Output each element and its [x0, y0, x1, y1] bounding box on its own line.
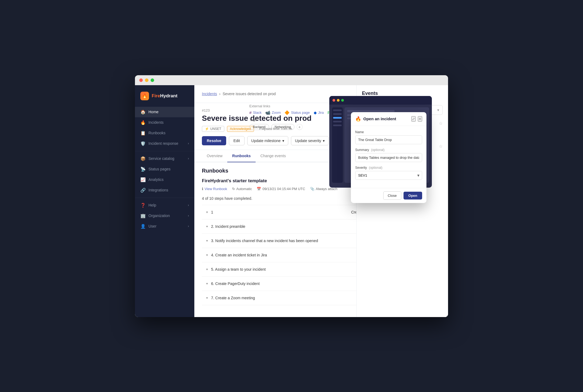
step-chevron-1[interactable]: ▾	[206, 210, 208, 214]
home-icon: 🏠	[140, 109, 145, 115]
chevron-icon-help: ›	[188, 203, 189, 207]
events-title: Events	[362, 91, 443, 96]
fire-icon: 🔥	[140, 120, 145, 125]
sidebar-label-integrations: Integrations	[148, 188, 168, 192]
modal-close-btn[interactable]: Close	[383, 191, 401, 200]
dark-max-dot	[341, 99, 344, 102]
tab-overview[interactable]: Overview	[202, 150, 227, 162]
meta-date: 📅 09/13/21 04:15:44 PM UTC	[257, 187, 305, 191]
modal-title: Open an incident	[363, 116, 396, 121]
sidebar-item-status-pages[interactable]: 📡 Status pages	[135, 164, 194, 174]
modal-close-button[interactable]: ✕	[418, 116, 422, 122]
severity-field-label: Severity (optional)	[355, 166, 422, 170]
dark-sidebar-item-3	[333, 121, 342, 122]
chevron-icon-org: ›	[188, 214, 189, 218]
sidebar-item-integrations[interactable]: 🔗 Integrations	[135, 185, 194, 195]
name-field[interactable]	[355, 135, 422, 144]
sidebar-item-analytics[interactable]: 📈 Analytics	[135, 174, 194, 185]
view-runbook-link[interactable]: View Runbook	[205, 187, 227, 191]
sidebar-item-runbooks[interactable]: 📋 Runbooks	[135, 128, 194, 138]
step-chevron-7[interactable]: ▾	[206, 296, 208, 300]
summary-field-label: Summary (optional)	[355, 148, 422, 152]
main-content: Incidents › Severe issues detected on pr…	[194, 85, 448, 317]
sidebar-label-status: Status pages	[148, 167, 171, 171]
tab-change-events[interactable]: Change events	[256, 150, 291, 162]
tag-networking: Networking	[271, 124, 294, 130]
step-name-1: 1	[211, 210, 348, 214]
zoom-label: Zoom	[272, 111, 281, 115]
step-chevron-3[interactable]: ▾	[206, 239, 208, 243]
severity-select[interactable]: SEV1 SEV2 SEV3 SEV4	[355, 171, 422, 180]
tab-runbooks[interactable]: Runbooks	[227, 150, 255, 162]
sidebar-item-organization[interactable]: 🏢 Organization ›	[135, 211, 194, 221]
sidebar-item-service-catalog[interactable]: 📦 Service catalog ›	[135, 153, 194, 164]
zoom-link[interactable]: 📹 Zoom	[265, 110, 281, 115]
add-tag-button[interactable]: +	[297, 124, 303, 130]
step-chevron-5[interactable]: ▾	[206, 267, 208, 271]
shield-icon: 🛡️	[140, 141, 145, 146]
app-body: 🔥 FireHydrant 🏠 Home 🔥 Incidents 📋 Runbo…	[135, 85, 448, 317]
sidebar-label-org: Organization	[148, 214, 170, 218]
runbooks-title: Runbooks	[202, 168, 228, 174]
badge-unset: ⚡ UNSET	[202, 126, 224, 132]
sidebar-label-help: Help	[148, 203, 156, 207]
update-milestone-button[interactable]: Update milestone ▾	[247, 136, 288, 145]
chevron-icon: ›	[188, 142, 189, 145]
sidebar-item-help[interactable]: ❓ Help ›	[135, 200, 194, 211]
jira-label: Jira	[318, 111, 324, 115]
breadcrumb: Incidents › Severe issues detected on pr…	[202, 92, 276, 96]
integrations-icon: 🔗	[140, 188, 145, 193]
dark-min-dot	[337, 99, 340, 102]
modal-footer: Close Open	[351, 188, 426, 203]
star-button-2[interactable]: ☆	[439, 144, 443, 149]
dark-sidebar-item-2	[333, 113, 342, 115]
sidebar-item-incident-response[interactable]: 🛡️ Incident response ›	[135, 138, 194, 149]
sidebar-item-incidents[interactable]: 🔥 Incidents	[135, 117, 194, 128]
dark-sidebar-item-4	[333, 125, 342, 126]
dark-sidebar	[332, 107, 343, 183]
slack-link[interactable]: # Slack	[249, 110, 262, 115]
analytics-icon: 📈	[140, 177, 145, 182]
tag-backend: Backend	[249, 124, 269, 130]
sidebar-label-analytics: Analytics	[148, 177, 164, 182]
maximize-button[interactable]	[151, 78, 154, 82]
app-window: 🔥 FireHydrant 🏠 Home 🔥 Incidents 📋 Runbo…	[135, 75, 448, 317]
form-group-summary: Summary (optional)	[355, 148, 422, 162]
logo-fire: Fire	[152, 93, 160, 98]
step-chevron-6[interactable]: ▾	[206, 282, 208, 286]
breadcrumb-incidents-link[interactable]: Incidents	[202, 92, 217, 96]
edit-button[interactable]: Edit	[229, 136, 245, 145]
attach-icon: 📎	[310, 187, 314, 191]
status-page-link[interactable]: 🔶 Status page	[284, 110, 310, 115]
severity-label: Update severity	[295, 139, 321, 143]
slack-label: Slack	[253, 111, 262, 115]
logo-hydrant: Hydrant	[160, 93, 177, 98]
severity-select-wrapper: SEV1 SEV2 SEV3 SEV4	[355, 171, 422, 180]
minimize-button[interactable]	[145, 78, 148, 82]
update-severity-button[interactable]: Update severity ▾	[291, 136, 329, 145]
summary-optional-label: (optional)	[371, 148, 385, 152]
sidebar: 🔥 FireHydrant 🏠 Home 🔥 Incidents 📋 Runbo…	[135, 85, 194, 317]
close-button[interactable]	[139, 78, 143, 82]
steps-count: 4 of 10 steps have completed.	[202, 196, 252, 201]
org-icon: 🏢	[140, 213, 145, 218]
breadcrumb-separator: ›	[219, 92, 221, 96]
sidebar-item-home[interactable]: 🏠 Home	[135, 107, 194, 117]
sidebar-divider-1	[135, 151, 194, 151]
step-chevron-2[interactable]: ▾	[206, 225, 208, 228]
milestone-label: Update milestone	[251, 139, 281, 143]
jira-link[interactable]: ◆ Jira	[314, 110, 324, 115]
modal-expand-button[interactable]: ⤢	[411, 116, 416, 122]
chevron-down-filter-icon: ▾	[437, 108, 439, 112]
mode-label: Automatic	[236, 187, 252, 191]
open-incident-modal: 🔥 Open an incident ⤢ ✕ Name	[351, 112, 426, 203]
step-chevron-4[interactable]: ▾	[206, 253, 208, 257]
modal-open-btn[interactable]: Open	[404, 192, 422, 200]
zoom-icon: 📹	[265, 110, 270, 115]
statuspage-icon: 🔶	[284, 110, 290, 115]
resolve-button[interactable]: Resolve	[202, 136, 226, 145]
sidebar-item-user[interactable]: 👤 User ›	[135, 221, 194, 232]
summary-field[interactable]	[355, 153, 422, 162]
dark-sidebar-item-1	[333, 109, 342, 111]
star-button-1[interactable]: ☆	[439, 121, 443, 126]
